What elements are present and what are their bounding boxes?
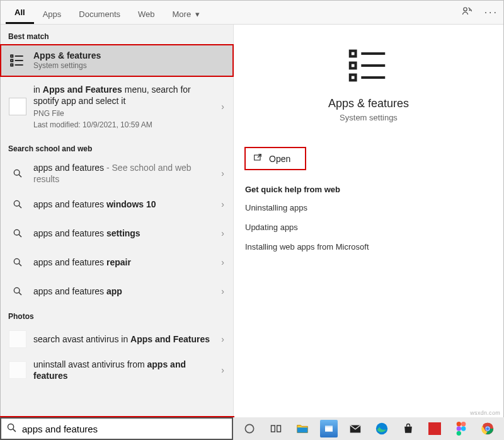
svg-line-26 [13, 429, 16, 432]
best-match-header: Best match [1, 25, 233, 45]
svg-rect-17 [350, 51, 356, 57]
svg-rect-5 [11, 64, 13, 66]
search-icon [8, 282, 27, 301]
apps-features-large-icon [346, 43, 391, 90]
figma-icon[interactable] [452, 420, 470, 437]
svg-rect-29 [277, 426, 281, 432]
chevron-right-icon: › [219, 168, 227, 178]
preview-pane: Apps & features System settings Open Get… [234, 25, 503, 439]
tab-web[interactable]: Web [129, 3, 164, 24]
help-link[interactable]: Updating apps [245, 223, 492, 232]
file-explorer-icon[interactable] [294, 420, 311, 437]
feedback-icon[interactable] [461, 5, 473, 20]
svg-point-35 [457, 422, 461, 426]
web-result[interactable]: apps and features app› [1, 277, 233, 306]
chrome-icon[interactable] [479, 420, 496, 437]
svg-line-8 [19, 175, 21, 177]
open-label: Open [269, 154, 290, 164]
photo-result[interactable]: uninstall avast antivirus from apps and … [1, 354, 233, 386]
tab-documents[interactable]: Documents [70, 3, 129, 24]
svg-rect-1 [11, 55, 13, 57]
chevron-right-icon: › [219, 257, 227, 267]
help-link[interactable]: Installing web apps from Microsoft [245, 242, 492, 252]
svg-rect-21 [350, 75, 356, 81]
search-icon [8, 164, 27, 183]
svg-line-16 [19, 292, 21, 295]
search-icon [8, 253, 27, 272]
search-icon [8, 195, 27, 214]
svg-rect-28 [272, 426, 275, 432]
store-icon[interactable] [399, 420, 417, 437]
chevron-right-icon: › [219, 286, 227, 296]
svg-point-13 [14, 258, 20, 264]
svg-rect-31 [325, 427, 333, 432]
help-link[interactable]: Uninstalling apps [245, 203, 492, 212]
tab-all[interactable]: All [6, 1, 34, 24]
taskbar [233, 417, 504, 440]
photos-header: Photos [1, 306, 233, 325]
web-result[interactable]: apps and features - See school and web r… [1, 157, 233, 190]
svg-point-0 [463, 8, 466, 11]
web-result[interactable]: apps and features windows 10› [1, 190, 233, 219]
best-match-sub: System settings [33, 61, 227, 71]
svg-line-14 [19, 263, 21, 266]
open-icon [253, 153, 263, 165]
edge-icon[interactable] [373, 420, 391, 437]
svg-point-7 [14, 170, 20, 175]
chevron-right-icon: › [219, 101, 227, 112]
svg-line-10 [19, 206, 21, 208]
task-view-icon[interactable] [267, 420, 285, 437]
svg-rect-3 [11, 59, 13, 61]
mail-icon[interactable] [320, 420, 338, 437]
svg-rect-30 [297, 427, 308, 432]
photo-result[interactable]: search avast antivirus in Apps and Featu… [1, 325, 233, 354]
svg-point-15 [14, 287, 20, 293]
png-result-modified: Last modified: 10/9/2021, 10:59 AM [33, 120, 212, 129]
svg-rect-19 [350, 63, 356, 69]
preview-title: Apps & features [328, 97, 409, 110]
svg-point-37 [457, 426, 461, 431]
search-bar[interactable] [0, 417, 233, 440]
open-button[interactable]: Open [245, 148, 306, 170]
best-match-result[interactable]: Apps & features System settings [1, 45, 233, 76]
svg-point-38 [461, 426, 466, 431]
chevron-down-icon: ▾ [193, 9, 200, 19]
image-thumbnail-icon [9, 361, 26, 379]
chevron-right-icon: › [219, 334, 227, 344]
best-match-title: Apps & features [33, 50, 101, 61]
list-settings-icon [8, 51, 27, 70]
web-result[interactable]: apps and features repair› [1, 248, 233, 277]
svg-point-25 [8, 424, 13, 429]
search-input[interactable] [22, 424, 227, 434]
preview-sub: System settings [340, 113, 398, 122]
svg-point-43 [486, 427, 489, 430]
more-options-icon[interactable]: ··· [484, 7, 498, 18]
png-thumbnail-icon [9, 98, 26, 115]
png-result-filetype: PNG File [33, 109, 212, 119]
app-icon-red[interactable] [426, 420, 444, 437]
svg-point-11 [14, 229, 20, 235]
search-icon [6, 422, 17, 435]
svg-point-27 [245, 424, 253, 432]
tab-more[interactable]: More ▾ [164, 3, 209, 24]
svg-line-12 [19, 234, 21, 237]
result-filter-tabs: All Apps Documents Web More ▾ ··· [1, 1, 503, 25]
tab-more-label: More [173, 9, 192, 19]
cortana-icon[interactable] [241, 420, 258, 437]
image-thumbnail-icon [9, 330, 26, 348]
search-icon [8, 224, 27, 243]
envelope-icon[interactable] [346, 420, 364, 437]
svg-point-9 [14, 200, 20, 206]
watermark: wsxdn.com [470, 410, 500, 416]
help-header: Get quick help from web [245, 185, 492, 194]
tab-apps[interactable]: Apps [34, 3, 71, 24]
svg-point-36 [461, 422, 466, 426]
chevron-right-icon: › [219, 199, 227, 209]
chevron-right-icon: › [219, 365, 227, 375]
svg-point-34 [376, 423, 387, 434]
svg-point-39 [457, 431, 461, 436]
png-result[interactable]: in Apps and Features menu, search for sp… [1, 76, 233, 134]
web-result[interactable]: apps and features settings› [1, 219, 233, 248]
svg-rect-32 [325, 426, 333, 427]
png-result-title: in Apps and Features menu, search for sp… [33, 84, 212, 107]
